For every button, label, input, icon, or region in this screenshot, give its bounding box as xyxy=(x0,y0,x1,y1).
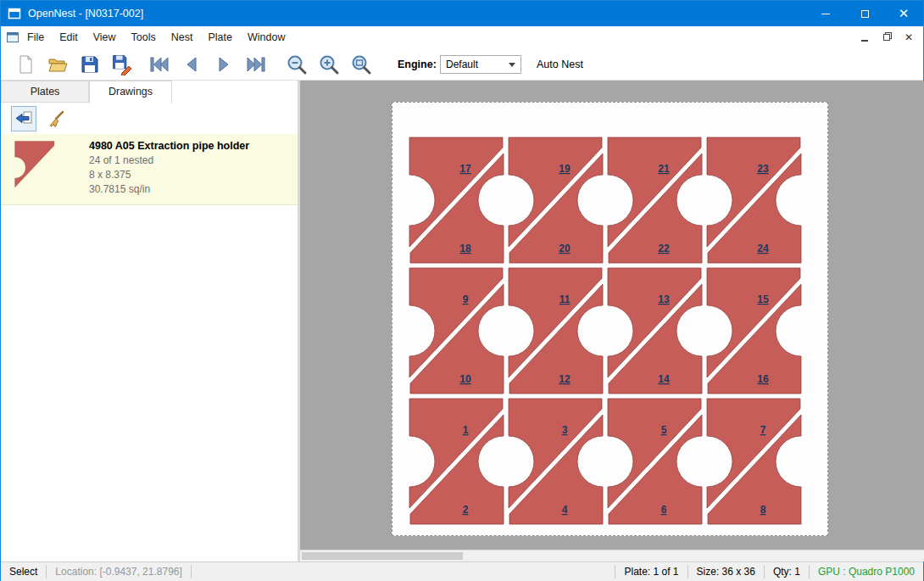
first-plate-button[interactable] xyxy=(147,53,172,76)
last-plate-button[interactable] xyxy=(243,53,269,76)
nest-pair-cell[interactable]: 56 xyxy=(608,399,702,524)
menu-nest[interactable]: Nest xyxy=(164,26,201,48)
plate-svg: 171819202122232491011121314151612345678 xyxy=(392,103,829,537)
status-plate: Plate: 1 of 1 xyxy=(615,562,687,581)
tab-strip: Plates Drawings xyxy=(1,81,298,103)
broom-icon xyxy=(47,109,65,128)
status-qty: Qty: 1 xyxy=(765,562,809,581)
go-previous-icon xyxy=(181,53,203,75)
nest-pair-cell[interactable]: 910 xyxy=(409,268,504,394)
part-number-label: 13 xyxy=(658,293,670,305)
part-number-label: 2 xyxy=(463,504,469,516)
new-button[interactable] xyxy=(13,53,38,76)
part-number-label: 10 xyxy=(459,373,471,385)
titlebar[interactable]: OpenNest - [N0317-002] ✕ xyxy=(1,1,923,26)
zoom-out-button[interactable] xyxy=(284,53,309,76)
previous-plate-button[interactable] xyxy=(179,53,204,76)
toolbar: Engine: Default Auto Nest xyxy=(1,48,923,81)
close-button[interactable]: ✕ xyxy=(884,1,923,26)
part-number-label: 23 xyxy=(757,163,769,175)
nest-pair-cell[interactable]: 1718 xyxy=(409,137,504,263)
child-close-button[interactable]: ✕ xyxy=(898,29,920,46)
nest-pair-cell[interactable]: 1920 xyxy=(509,137,603,263)
part-number-label: 24 xyxy=(757,243,769,254)
save-as-button[interactable] xyxy=(109,53,135,76)
tab-plates[interactable]: Plates xyxy=(1,81,89,103)
nest-canvas[interactable]: 171819202122232491011121314151612345678 xyxy=(300,81,924,561)
open-folder-icon xyxy=(47,54,68,75)
part-number-label: 14 xyxy=(658,373,670,385)
part-number-label: 9 xyxy=(463,293,469,305)
left-panel: Plates Drawings xyxy=(1,81,298,561)
nest-pair-cell[interactable]: 12 xyxy=(409,399,504,524)
child-restore-button[interactable] xyxy=(876,29,898,46)
import-arrow-icon xyxy=(14,109,33,128)
go-next-icon xyxy=(213,53,235,75)
status-size: Size: 36 x 36 xyxy=(688,562,764,581)
drawing-list-item[interactable]: 4980 A05 Extraction pipe holder 24 of 1 … xyxy=(1,134,298,205)
part-number-label: 8 xyxy=(760,504,766,516)
engine-label: Engine: xyxy=(398,59,437,70)
window-title: OpenNest - [N0317-002] xyxy=(28,8,143,20)
zoom-fit-button[interactable] xyxy=(348,53,374,76)
nest-pair-cell[interactable]: 1516 xyxy=(707,268,801,394)
zoom-in-icon xyxy=(318,53,340,75)
part-number-label: 21 xyxy=(658,163,670,175)
app-window: OpenNest - [N0317-002] ✕ File Edit View … xyxy=(0,0,924,581)
menu-file[interactable]: File xyxy=(19,26,52,48)
maximize-button[interactable] xyxy=(845,1,884,26)
minimize-button[interactable] xyxy=(806,1,845,26)
go-first-icon xyxy=(148,53,170,75)
tab-drawings[interactable]: Drawings xyxy=(89,81,172,103)
drawings-toolbar xyxy=(1,103,298,134)
part-thumbnail xyxy=(11,141,58,195)
statusbar: Select Location: [-0.9437, 21.8796] Plat… xyxy=(1,561,923,581)
zoom-in-button[interactable] xyxy=(316,53,342,76)
menu-window[interactable]: Window xyxy=(240,26,292,48)
drawing-size: 8 x 8.375 xyxy=(89,168,249,182)
nest-pair-cell[interactable]: 1112 xyxy=(509,268,603,394)
nest-pair-cell[interactable]: 2122 xyxy=(608,137,702,263)
child-minimize-button[interactable] xyxy=(854,29,876,46)
minimize-icon xyxy=(861,40,868,42)
part-number-label: 1 xyxy=(463,424,469,436)
hscrollbar-thumb[interactable] xyxy=(302,552,463,560)
status-location: Location: [-0.9437, 21.8796] xyxy=(47,562,190,581)
engine-value: Default xyxy=(446,59,509,70)
menu-tools[interactable]: Tools xyxy=(124,26,164,48)
part-number-label: 7 xyxy=(760,424,766,436)
menu-plate[interactable]: Plate xyxy=(200,26,240,48)
main-area: Plates Drawings xyxy=(1,81,923,561)
nest-pair-cell[interactable]: 34 xyxy=(509,399,603,524)
part-number-label: 20 xyxy=(559,243,571,254)
part-number-label: 5 xyxy=(661,424,667,436)
plate-sheet[interactable]: 171819202122232491011121314151612345678 xyxy=(392,102,828,536)
menu-view[interactable]: View xyxy=(86,26,124,48)
nest-pair-cell[interactable]: 1314 xyxy=(608,268,702,394)
open-button[interactable] xyxy=(45,53,70,76)
zoom-fit-icon xyxy=(350,53,372,75)
save-icon xyxy=(80,54,100,75)
save-button[interactable] xyxy=(77,53,103,76)
part-number-label: 6 xyxy=(661,504,667,516)
child-window-icon xyxy=(6,31,19,44)
part-number-label: 22 xyxy=(658,243,670,254)
nest-pair-cell[interactable]: 78 xyxy=(707,399,801,524)
go-last-icon xyxy=(245,53,267,75)
minimize-icon xyxy=(821,14,830,14)
menubar: File Edit View Tools Nest Plate Window ✕ xyxy=(1,26,923,48)
next-plate-button[interactable] xyxy=(211,53,237,76)
menu-edit[interactable]: Edit xyxy=(52,26,86,48)
drawing-nested-count: 24 of 1 nested xyxy=(89,154,249,168)
save-edit-icon xyxy=(111,53,133,75)
canvas-hscrollbar[interactable] xyxy=(300,550,924,561)
nest-pair-cell[interactable]: 2324 xyxy=(707,137,801,263)
part-number-label: 16 xyxy=(757,373,769,385)
assign-drawing-button[interactable] xyxy=(11,106,36,131)
clean-button[interactable] xyxy=(43,106,69,131)
zoom-out-icon xyxy=(286,53,308,75)
restore-icon xyxy=(883,34,890,41)
auto-nest-button[interactable]: Auto Nest xyxy=(537,59,583,70)
part-number-label: 18 xyxy=(459,243,471,254)
engine-select[interactable]: Default xyxy=(440,55,521,74)
